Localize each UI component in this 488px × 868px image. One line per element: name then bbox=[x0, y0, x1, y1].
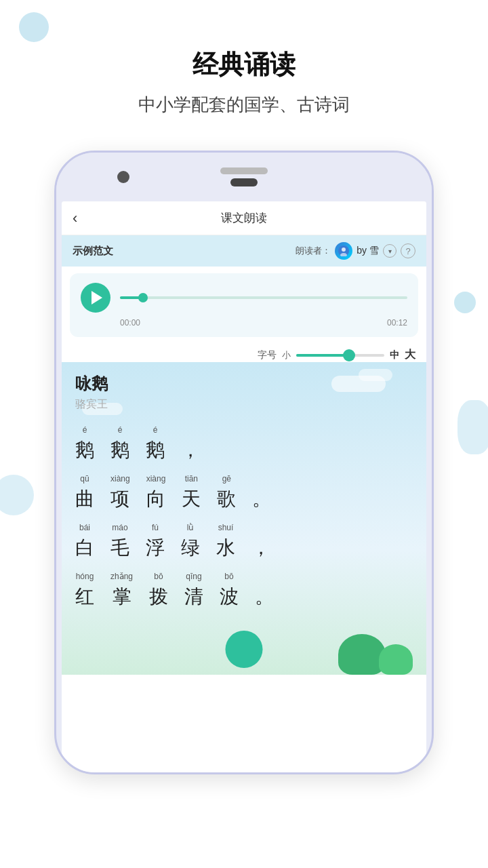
pinyin: shuí bbox=[218, 523, 234, 534]
char-group: tiān 天 bbox=[182, 474, 201, 512]
char-group: é 鹅 bbox=[75, 425, 94, 463]
navbar-title: 课文朗读 bbox=[221, 210, 267, 226]
progress-track[interactable] bbox=[120, 296, 407, 299]
poem-area: 咏鹅 骆宾王 é 鹅 é 鹅 é 鹅 bbox=[62, 362, 426, 675]
pinyin bbox=[263, 572, 265, 583]
char-group: qū 曲 bbox=[75, 474, 94, 512]
poem-line-2: qū 曲 xiàng 项 xiàng 向 tiān bbox=[75, 474, 413, 512]
char: 水 bbox=[216, 535, 235, 561]
reader-selector[interactable]: 朗读者： by 雪 ▾ ? bbox=[296, 242, 415, 260]
time-current: 00:00 bbox=[120, 318, 140, 328]
time-row: 00:00 00:12 bbox=[81, 318, 407, 328]
reader-avatar bbox=[335, 242, 352, 260]
pinyin: é bbox=[153, 425, 158, 436]
sub-title: 中小学配套的国学、古诗词 bbox=[0, 93, 488, 117]
pinyin: bō bbox=[154, 572, 163, 583]
font-slider-fill bbox=[296, 354, 349, 357]
pinyin: xiàng bbox=[146, 474, 166, 485]
reader-bar: 示例范文 朗读者： by 雪 ▾ ? bbox=[62, 235, 426, 267]
decoration-blob-tr bbox=[454, 292, 476, 313]
char: 红 bbox=[75, 584, 94, 610]
pinyin bbox=[261, 474, 263, 485]
char: 歌 bbox=[217, 486, 236, 512]
char: 波 bbox=[220, 584, 239, 610]
tree-2 bbox=[379, 644, 413, 675]
decoration-blob-br bbox=[458, 400, 488, 454]
pinyin: zhǎng bbox=[110, 572, 133, 583]
char-group: máo 毛 bbox=[110, 523, 129, 561]
font-size-slider[interactable] bbox=[296, 354, 384, 357]
pinyin: gē bbox=[222, 474, 231, 485]
char: 浮 bbox=[146, 535, 165, 561]
char: 曲 bbox=[75, 486, 94, 512]
char: 鹅 bbox=[75, 437, 94, 463]
pinyin: é bbox=[118, 425, 123, 436]
font-size-large: 大 bbox=[405, 348, 415, 362]
char-group: xiàng 项 bbox=[110, 474, 130, 512]
play-button[interactable] bbox=[81, 283, 110, 313]
char-group: fú 浮 bbox=[146, 523, 165, 561]
pinyin: qīng bbox=[186, 572, 201, 583]
dropdown-icon[interactable]: ▾ bbox=[383, 244, 396, 258]
font-size-medium: 中 bbox=[390, 349, 399, 361]
main-title: 经典诵读 bbox=[0, 47, 488, 82]
pinyin bbox=[260, 523, 262, 534]
pinyin: é bbox=[83, 425, 87, 436]
char-group: hóng 红 bbox=[75, 572, 94, 610]
poem-line-1: é 鹅 é 鹅 é 鹅 ， bbox=[75, 425, 413, 463]
play-icon bbox=[92, 291, 102, 304]
pinyin: tiān bbox=[185, 474, 198, 485]
font-slider-thumb bbox=[343, 349, 355, 361]
punct: 。 bbox=[255, 584, 274, 610]
char: 绿 bbox=[181, 535, 200, 561]
char-group: ， bbox=[181, 425, 200, 463]
pinyin bbox=[189, 425, 191, 436]
font-size-label: 字号 bbox=[258, 349, 277, 361]
char-group: qīng 清 bbox=[184, 572, 203, 610]
phone-screen: ‹ 课文朗读 示例范文 朗读者： by 雪 ▾ ? bbox=[62, 201, 426, 772]
char-group: shuí 水 bbox=[216, 523, 235, 561]
pinyin: fú bbox=[152, 523, 159, 534]
char: 掌 bbox=[113, 584, 131, 610]
char: 天 bbox=[182, 486, 201, 512]
poem-line-3: bái 白 máo 毛 fú 浮 lǜ 绿 bbox=[75, 523, 413, 561]
phone-mockup: ‹ 课文朗读 示例范文 朗读者： by 雪 ▾ ? bbox=[54, 151, 434, 774]
phone-camera bbox=[117, 171, 129, 183]
time-total: 00:12 bbox=[387, 318, 407, 328]
char-group: gē 歌 bbox=[217, 474, 236, 512]
poem-author: 骆宾王 bbox=[75, 397, 413, 412]
char: 清 bbox=[184, 584, 203, 610]
help-icon[interactable]: ? bbox=[401, 243, 415, 258]
decoration-blob-tl bbox=[19, 12, 49, 42]
char-group: 。 bbox=[255, 572, 274, 610]
char: 鹅 bbox=[110, 437, 129, 463]
char-group: bái 白 bbox=[75, 523, 94, 561]
char-group: bō 波 bbox=[220, 572, 239, 610]
char: 向 bbox=[146, 486, 165, 512]
char: 白 bbox=[75, 535, 94, 561]
char: 拨 bbox=[149, 584, 168, 610]
reader-prefix: 朗读者： bbox=[296, 245, 331, 257]
char-group: é 鹅 bbox=[110, 425, 129, 463]
pinyin: máo bbox=[112, 523, 127, 534]
char-group: 。 bbox=[252, 474, 271, 512]
back-button[interactable]: ‹ bbox=[73, 210, 77, 227]
pinyin: bái bbox=[79, 523, 90, 534]
char: 毛 bbox=[110, 535, 129, 561]
phone-top-bar bbox=[56, 153, 432, 201]
pinyin: hóng bbox=[76, 572, 94, 583]
section-label: 示例范文 bbox=[73, 245, 113, 258]
char: 鹅 bbox=[146, 437, 165, 463]
poem-line-4: hóng 红 zhǎng 掌 bō 拨 qīng bbox=[75, 572, 413, 610]
char-group: zhǎng 掌 bbox=[110, 572, 133, 610]
header-section: 经典诵读 中小学配套的国学、古诗词 bbox=[0, 0, 488, 137]
punct: 。 bbox=[252, 486, 271, 512]
font-size-control: 字号 小 中 大 bbox=[62, 344, 426, 362]
progress-thumb bbox=[138, 293, 148, 302]
player-controls bbox=[81, 283, 407, 313]
char-group: ， bbox=[251, 523, 270, 561]
audio-player: 00:00 00:12 bbox=[70, 273, 418, 337]
phone-wrapper: ‹ 课文朗读 示例范文 朗读者： by 雪 ▾ ? bbox=[0, 151, 488, 774]
svg-point-1 bbox=[342, 248, 346, 252]
char-group: lǜ 绿 bbox=[181, 523, 200, 561]
